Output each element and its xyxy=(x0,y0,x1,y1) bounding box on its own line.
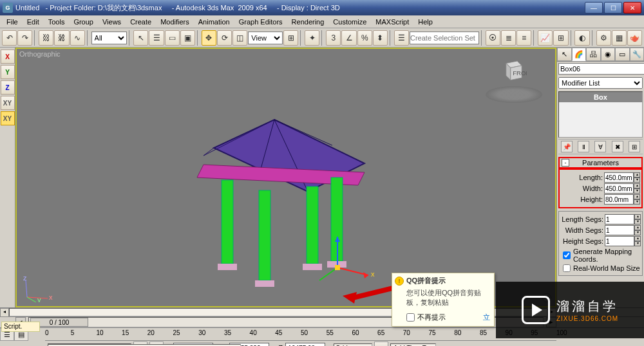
width-label: Width: xyxy=(583,185,603,192)
angle-snap-button[interactable]: ∠ xyxy=(341,30,356,46)
axis-z-button[interactable]: Z xyxy=(1,80,15,95)
menu-help[interactable]: Help xyxy=(414,17,437,27)
window-close-button[interactable]: ✕ xyxy=(623,2,641,14)
length-input[interactable] xyxy=(604,172,634,183)
menu-create[interactable]: Create xyxy=(126,17,155,27)
configure-sets-button[interactable]: ⊞ xyxy=(629,141,640,152)
pin-stack-button[interactable]: 📌 xyxy=(561,141,573,152)
tab-create[interactable]: ↖ xyxy=(557,48,572,61)
generate-mapping-checkbox[interactable] xyxy=(563,251,571,259)
menu-edit[interactable]: Edit xyxy=(23,17,43,27)
rollout-toggle-icon[interactable]: - xyxy=(562,159,569,167)
object-name-input[interactable] xyxy=(558,63,644,75)
time-tag-button[interactable]: ⏷ xyxy=(374,341,388,346)
viewcube-face-label: FRONT xyxy=(513,69,527,77)
schematic-view-button[interactable]: ⊞ xyxy=(553,30,568,46)
render-setup-button[interactable]: ⚙ xyxy=(596,30,611,46)
remove-modifier-button[interactable]: ✖ xyxy=(612,141,623,152)
width-segs-input[interactable] xyxy=(605,225,634,235)
length-segs-input[interactable] xyxy=(605,214,634,224)
menu-rendering[interactable]: Rendering xyxy=(288,17,328,27)
curve-editor-button[interactable]: 📈 xyxy=(538,30,553,46)
mirror-button[interactable]: ⦿ xyxy=(486,30,500,46)
snap-toggle-button[interactable]: 3 xyxy=(326,30,341,46)
redo-button[interactable]: ↷ xyxy=(17,30,32,46)
axis-x-button[interactable]: X xyxy=(1,50,15,64)
view-cube[interactable]: FRONT xyxy=(486,51,542,103)
frame-ruler[interactable]: 0510152025303540455055606570758085909510… xyxy=(45,328,556,341)
window-crossing-button[interactable]: ▣ xyxy=(180,30,195,46)
window-maximize-button[interactable]: ☐ xyxy=(604,2,622,14)
width-spinner-up[interactable]: ▴ xyxy=(634,183,640,188)
select-button[interactable]: ↖ xyxy=(133,30,148,46)
named-selection-input[interactable] xyxy=(410,32,479,44)
align-button[interactable]: ≣ xyxy=(501,30,516,46)
axis-xy-button[interactable]: XY xyxy=(1,96,15,110)
realworld-map-checkbox[interactable] xyxy=(563,264,571,272)
spinner-snap-button[interactable]: ⬍ xyxy=(373,30,388,46)
rotate-button[interactable]: ⟳ xyxy=(217,30,232,46)
menu-tools[interactable]: Tools xyxy=(44,17,69,27)
ref-coord-dropdown[interactable]: View xyxy=(248,32,283,44)
menu-file[interactable]: File xyxy=(3,17,22,27)
named-selection-edit-button[interactable]: ☰ xyxy=(394,30,409,46)
tab-display[interactable]: ▭ xyxy=(615,48,630,61)
height-spinner-up[interactable]: ▴ xyxy=(634,194,640,199)
coord-z-input[interactable] xyxy=(285,343,325,346)
hscroll-left-button[interactable]: ◂ xyxy=(0,308,9,317)
percent-snap-button[interactable]: % xyxy=(357,30,372,46)
height-input[interactable] xyxy=(604,194,634,205)
selection-filter-dropdown[interactable]: All xyxy=(91,32,128,44)
link-button[interactable]: ⛓ xyxy=(39,30,53,46)
move-button[interactable]: ✥ xyxy=(202,30,216,46)
svg-rect-15 xyxy=(303,264,322,270)
material-editor-button[interactable]: ◐ xyxy=(574,30,589,46)
render-frame-window-button[interactable]: ▦ xyxy=(612,30,627,46)
menu-animation[interactable]: Animation xyxy=(194,17,234,27)
scale-button[interactable]: ◫ xyxy=(232,30,247,46)
unlink-button[interactable]: ⛓̸ xyxy=(54,30,69,46)
modifier-list-dropdown[interactable]: Modifier List xyxy=(558,77,643,89)
svg-rect-13 xyxy=(218,264,237,270)
width-spinner-down[interactable]: ▾ xyxy=(634,188,640,194)
show-end-result-button[interactable]: Ⅱ xyxy=(578,141,589,152)
axis-xy-active-button[interactable]: XY xyxy=(1,111,15,125)
add-time-tag[interactable]: Add Time Tag xyxy=(390,343,436,347)
stack-item-box[interactable]: Box xyxy=(559,92,642,102)
watermark-text-2: ZIXUE.3D66.COM xyxy=(556,315,618,322)
menu-views[interactable]: Views xyxy=(99,17,125,27)
menu-modifiers[interactable]: Modifiers xyxy=(156,17,193,27)
tab-modify[interactable]: 🌈 xyxy=(572,48,587,61)
qq-tip-dont-show-checkbox[interactable] xyxy=(406,313,415,322)
render-button[interactable]: 🫖 xyxy=(627,30,642,46)
viewcube-ring-icon[interactable] xyxy=(486,86,542,103)
tab-utilities[interactable]: 🔧 xyxy=(630,48,645,61)
make-unique-button[interactable]: ∀ xyxy=(594,141,606,152)
window-minimize-button[interactable]: — xyxy=(585,2,603,14)
select-region-rect-button[interactable]: ▭ xyxy=(165,30,180,46)
pivot-center-button[interactable]: ⊞ xyxy=(283,30,298,46)
menu-customize[interactable]: Customize xyxy=(329,17,370,27)
bind-spacewarp-button[interactable]: ∿ xyxy=(70,30,85,46)
tab-hierarchy[interactable]: 品 xyxy=(586,48,601,61)
modifier-stack[interactable]: Box xyxy=(558,91,643,138)
menu-graph-editors[interactable]: Graph Editors xyxy=(235,17,287,27)
height-segs-input[interactable] xyxy=(605,236,634,246)
menu-group[interactable]: Group xyxy=(70,17,97,27)
select-by-name-button[interactable]: ☰ xyxy=(149,30,164,46)
parameters-header[interactable]: - Parameters xyxy=(558,157,643,168)
frame-tick: 20 xyxy=(147,329,155,336)
viewport[interactable]: Orthographic FRONT xyxy=(15,48,556,307)
axis-y-button[interactable]: Y xyxy=(1,65,15,79)
manipulate-button[interactable]: ✦ xyxy=(305,30,319,46)
height-spinner-down[interactable]: ▾ xyxy=(634,199,640,205)
menu-maxscript[interactable]: MAXScript xyxy=(372,17,413,27)
tab-motion[interactable]: ◉ xyxy=(601,48,616,61)
qq-tip-action-link[interactable]: 立 xyxy=(483,313,490,322)
layers-button[interactable]: ≡ xyxy=(516,30,531,46)
length-spinner-up[interactable]: ▴ xyxy=(634,172,640,178)
title-bar: G Untitled - Project Folder: D:\我的文档\3ds… xyxy=(0,0,644,15)
length-spinner-down[interactable]: ▾ xyxy=(634,178,640,183)
undo-button[interactable]: ↶ xyxy=(2,30,17,46)
width-input[interactable] xyxy=(604,183,634,194)
